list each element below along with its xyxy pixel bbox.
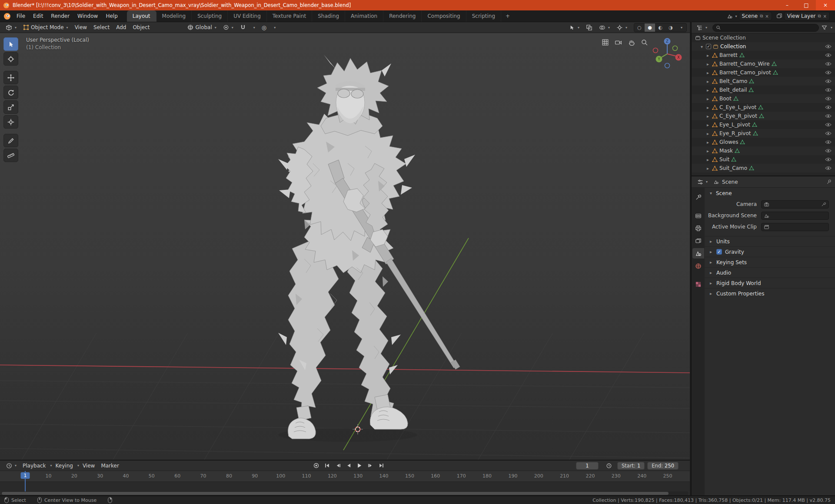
- disclosure-icon[interactable]: ▸: [705, 166, 710, 171]
- object-type-visibility-dropdown[interactable]: ▾: [566, 23, 582, 32]
- workspace-tab-texture-paint[interactable]: Texture Paint: [267, 10, 312, 22]
- disclosure-icon[interactable]: ▸: [705, 53, 710, 58]
- object-name[interactable]: Glowes: [719, 139, 738, 145]
- visibility-eye-icon[interactable]: [825, 166, 832, 170]
- tab-tool[interactable]: [692, 192, 704, 202]
- disclosure-icon[interactable]: ▸: [705, 96, 710, 101]
- object-name[interactable]: Mask: [719, 148, 733, 154]
- jump-to-end-button[interactable]: [376, 462, 386, 470]
- scrollbar-handle[interactable]: [2, 492, 669, 495]
- object-name[interactable]: Barrett: [719, 52, 738, 58]
- outliner-object-row[interactable]: ▸ Boot: [692, 94, 835, 103]
- properties-editor-type-button[interactable]: ▾: [695, 178, 710, 186]
- object-name[interactable]: Boot: [719, 96, 732, 102]
- menu-render[interactable]: Render: [47, 12, 73, 20]
- timeline-editor-type-button[interactable]: ▾: [3, 462, 19, 470]
- blender-menu-icon[interactable]: [3, 13, 11, 20]
- workspace-tab-scripting[interactable]: Scripting: [466, 10, 501, 22]
- jump-next-keyframe-button[interactable]: [366, 462, 376, 470]
- visibility-eye-icon[interactable]: [825, 114, 832, 118]
- visibility-eye-icon[interactable]: [825, 140, 832, 144]
- chevron-down-icon[interactable]: ▾: [735, 14, 737, 18]
- menu-file[interactable]: File: [13, 12, 29, 20]
- tab-output[interactable]: [692, 223, 704, 233]
- select-box-tool[interactable]: [3, 37, 18, 51]
- visibility-eye-icon[interactable]: [825, 70, 832, 75]
- remove-view-layer-icon[interactable]: ×: [823, 14, 827, 19]
- outliner-object-row[interactable]: ▸ Glowes: [692, 138, 835, 146]
- pivot-point-dropdown[interactable]: ▾: [220, 23, 236, 31]
- workspace-tab-sculpting[interactable]: Sculpting: [192, 10, 228, 22]
- outliner-collection-row[interactable]: ▾ ✓ Collection: [692, 42, 835, 51]
- annotate-tool[interactable]: [3, 134, 18, 147]
- outliner-object-row[interactable]: ▸ C_Eye_R_pivot: [692, 112, 835, 120]
- jump-to-start-button[interactable]: [322, 462, 332, 470]
- disclosure-icon[interactable]: ▸: [705, 62, 710, 66]
- xray-toggle[interactable]: [583, 23, 595, 32]
- menu-view[interactable]: View: [72, 23, 90, 31]
- menu-select[interactable]: Select: [91, 23, 112, 31]
- disclosure-icon[interactable]: ▸: [705, 70, 710, 75]
- shading-wireframe-button[interactable]: ○: [634, 23, 645, 32]
- cursor-tool[interactable]: [3, 52, 18, 66]
- disclosure-icon[interactable]: ▸: [705, 157, 710, 162]
- object-name[interactable]: Belt_Camo: [719, 78, 747, 84]
- menu-object[interactable]: Object: [130, 23, 152, 31]
- visibility-eye-icon[interactable]: [825, 62, 832, 66]
- outliner-object-row[interactable]: ▸ C_Eye_L_pivot: [692, 103, 835, 112]
- tab-view-layer[interactable]: [692, 235, 704, 246]
- shading-material-button[interactable]: ◐: [655, 23, 665, 32]
- object-name[interactable]: C_Eye_R_pivot: [719, 113, 757, 119]
- section-keying-sets[interactable]: ▸Keying Sets: [705, 257, 835, 267]
- workspace-tab-rendering[interactable]: Rendering: [383, 10, 422, 22]
- menu-playback[interactable]: Playback: [20, 462, 49, 470]
- outliner-scene-collection-row[interactable]: Scene Collection: [692, 33, 835, 42]
- scene-name-field[interactable]: Scene ⧉ ×: [739, 12, 772, 20]
- frame-end-field[interactable]: End: 250: [647, 462, 679, 470]
- tab-texture[interactable]: [692, 279, 704, 289]
- zoom-icon[interactable]: [641, 39, 648, 46]
- menu-tl-view[interactable]: View: [80, 462, 97, 470]
- frame-start-field[interactable]: Start: 1: [617, 462, 645, 470]
- navigation-gizmo[interactable]: Z Y X: [649, 35, 685, 71]
- disclosure-icon[interactable]: ▸: [705, 140, 710, 145]
- outliner-object-row[interactable]: ▸ Suit_Camo: [692, 164, 835, 172]
- tab-render[interactable]: [692, 210, 704, 221]
- workspace-tab-animation[interactable]: Animation: [345, 10, 383, 22]
- transform-orientation-dropdown[interactable]: Global ▾: [185, 23, 219, 31]
- play-reverse-button[interactable]: [344, 462, 354, 470]
- disclosure-icon[interactable]: ▸: [705, 114, 710, 119]
- collection-label[interactable]: Collection: [720, 43, 746, 50]
- background-scene-field[interactable]: [761, 212, 829, 220]
- add-workspace-button[interactable]: +: [501, 10, 514, 22]
- tab-scene[interactable]: [692, 248, 704, 259]
- menu-add[interactable]: Add: [113, 23, 129, 31]
- play-button[interactable]: [355, 462, 365, 470]
- browse-scene-icon[interactable]: [727, 13, 733, 19]
- remove-scene-icon[interactable]: ×: [765, 14, 768, 19]
- filter-dropdown-icon[interactable]: ▾: [831, 26, 832, 30]
- menu-help[interactable]: Help: [102, 12, 121, 20]
- object-name[interactable]: Barrett_Camo_Wire: [719, 61, 770, 67]
- outliner-object-row[interactable]: ▸ Mask: [692, 146, 835, 155]
- outliner-object-row[interactable]: ▸ Barrett: [692, 51, 835, 60]
- scale-tool[interactable]: [3, 100, 18, 114]
- visibility-eye-icon[interactable]: [825, 79, 832, 83]
- section-gravity[interactable]: ▸ ✓ Gravity: [705, 246, 835, 257]
- timeline-track[interactable]: [0, 482, 690, 491]
- rotate-tool[interactable]: [3, 86, 18, 99]
- filter-icon[interactable]: [822, 25, 827, 30]
- collection-checkbox[interactable]: ✓: [706, 44, 711, 49]
- playhead-frame-badge[interactable]: 1: [21, 472, 30, 479]
- outliner-object-row[interactable]: ▸ Barrett_Camo_pivot: [692, 68, 835, 77]
- current-frame-field[interactable]: 1: [576, 462, 599, 470]
- scene-collection-label[interactable]: Scene Collection: [702, 35, 746, 41]
- outliner-object-row[interactable]: ▸ Belt_Camo: [692, 77, 835, 86]
- outliner-object-row[interactable]: ▸ Eye_R_pivot: [692, 129, 835, 138]
- view-layer-field[interactable]: View Layer ⧉ ×: [784, 12, 830, 20]
- outliner-object-row[interactable]: ▸ Belt_detail: [692, 86, 835, 94]
- outliner-object-row[interactable]: ▸ Eye_L_pivot: [692, 120, 835, 129]
- disclosure-icon[interactable]: ▸: [705, 149, 710, 153]
- new-view-layer-icon[interactable]: ⧉: [818, 13, 821, 19]
- object-name[interactable]: Belt_detail: [719, 87, 747, 93]
